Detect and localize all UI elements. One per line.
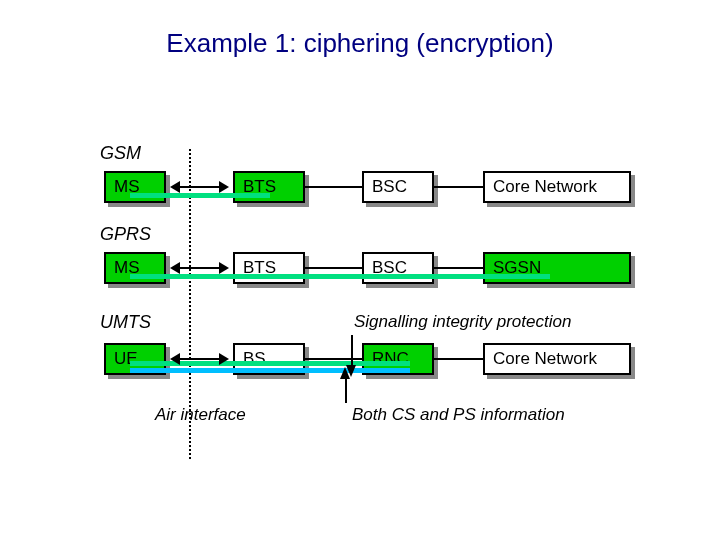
gprs-link-1 (176, 267, 223, 269)
umts-core-text: Core Network (493, 349, 597, 369)
gprs-bsc-box: BSC (362, 252, 434, 284)
gsm-link-2 (305, 186, 362, 188)
gsm-link-3 (434, 186, 483, 188)
gsm-cipher-span (130, 193, 270, 198)
umts-core-box: Core Network (483, 343, 631, 375)
gsm-bsc-text: BSC (372, 177, 407, 197)
gsm-bts-box: BTS (233, 171, 305, 203)
umts-label: UMTS (100, 312, 151, 333)
gsm-core-text: Core Network (493, 177, 597, 197)
arrow-left-icon (170, 353, 180, 365)
signalling-note: Signalling integrity protection (354, 312, 571, 332)
gsm-ms-box: MS (104, 171, 166, 203)
diagram-title: Example 1: ciphering (encryption) (0, 0, 720, 59)
umts-link-3 (434, 358, 483, 360)
umts-rnc-text: RNC (372, 349, 409, 369)
gprs-ms-box: MS (104, 252, 166, 284)
arrow-right-icon (219, 262, 229, 274)
arrow-up-icon (340, 367, 350, 379)
umts-ue-text: UE (114, 349, 138, 369)
gprs-sgsn-box: SGSN (483, 252, 631, 284)
umts-link-1 (176, 358, 223, 360)
gprs-link-3 (434, 267, 483, 269)
gsm-bsc-box: BSC (362, 171, 434, 203)
diagram-stage: GSM MS BTS BSC Core Network GPRS MS BTS … (0, 59, 720, 540)
gprs-bts-box: BTS (233, 252, 305, 284)
arrow-right-icon (219, 181, 229, 193)
gsm-label: GSM (100, 143, 141, 164)
gsm-link-1 (176, 186, 223, 188)
gprs-link-2 (305, 267, 362, 269)
arrow-left-icon (170, 262, 180, 274)
air-interface-note: Air interface (155, 405, 246, 425)
umts-link-2 (305, 358, 362, 360)
umts-integrity-span (130, 368, 410, 373)
pointer-line-2 (345, 375, 347, 403)
gprs-label: GPRS (100, 224, 151, 245)
arrow-right-icon (219, 353, 229, 365)
both-cs-ps-note: Both CS and PS information (352, 405, 565, 425)
gprs-cipher-span (130, 274, 550, 279)
gsm-core-box: Core Network (483, 171, 631, 203)
pointer-line (351, 335, 353, 367)
arrow-left-icon (170, 181, 180, 193)
umts-bs-text: BS (243, 349, 266, 369)
